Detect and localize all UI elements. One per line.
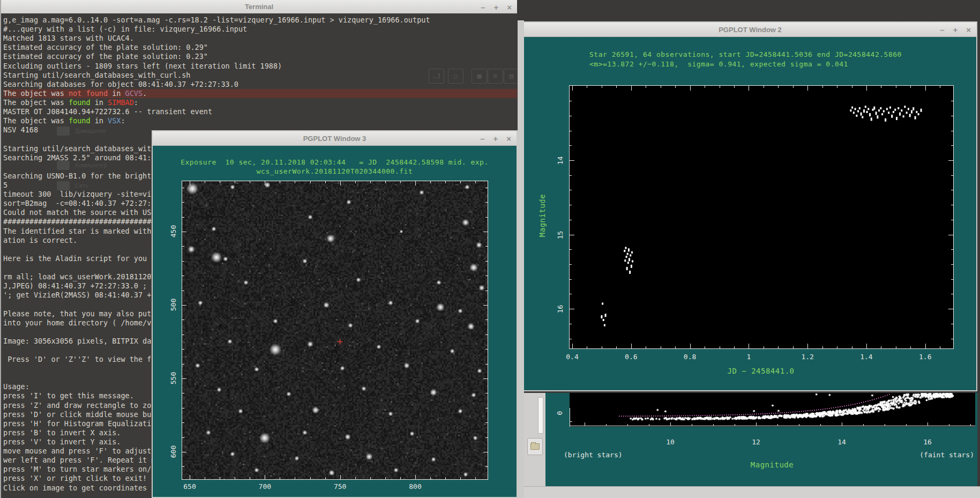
file-manager-button[interactable] (527, 438, 543, 455)
terminal-line: g,e_imag a.mag=6.0..14.0 -sort=a.mag -c.… (3, 16, 517, 25)
folder-icon (530, 443, 540, 450)
faint-stars-annotation: (faint stars) (919, 451, 974, 459)
pgplot2-titlebar[interactable]: PGPLOT Window 2 – + × (524, 23, 976, 37)
background-window-edge (524, 486, 980, 498)
maximize-button[interactable]: + (493, 3, 498, 11)
scrollbar[interactable] (538, 397, 543, 434)
exposure-header-line1: Exposure 10 sec, 20.11.2018 02:03:44 = J… (153, 158, 517, 166)
terminal-line: Matched 1813 stars with UCAC4. (3, 34, 517, 43)
lightcurve-x-tick-label: 1.4 (853, 353, 880, 361)
terminal-line: Estimated accuracy of the plate solution… (3, 43, 517, 52)
lightcurve-x-tick-label: 1 (735, 353, 762, 361)
background-window-fragment (524, 393, 545, 486)
close-button[interactable]: × (506, 135, 511, 143)
terminal-line: The object was found in VSX: (3, 116, 517, 125)
starfield-y-tick-label: 450 (169, 223, 177, 240)
terminal-line: The object was not found in GCVS. (3, 89, 517, 98)
pgplot3-titlebar[interactable]: PGPLOT Window 3 – + × (153, 131, 517, 146)
terminal-line: Searching databases for object 08:41:40.… (3, 80, 517, 89)
lightcurve-y-tick-label: 14 (556, 152, 564, 168)
terminal-line: #...query with a list (-c) in file: vizq… (3, 25, 517, 34)
sigma-x-tick-label: 12 (745, 438, 767, 446)
starfield-y-tick-label: 500 (169, 296, 177, 314)
sigma-x-tick-label: 14 (831, 438, 852, 446)
lightcurve-x-tick-label: 0.8 (677, 353, 704, 361)
terminal-line: Excluding outliers - 1809 stars left (ne… (3, 62, 517, 71)
lightcurve-header-line1: Star 26591, 64 observations, start JD=24… (589, 50, 902, 58)
star-field-image[interactable] (182, 181, 488, 480)
starfield-x-tick-label: 800 (399, 482, 431, 490)
sigma-x-tick-label: 10 (660, 438, 681, 446)
minimize-button[interactable]: – (940, 26, 944, 34)
pgplot2-title: PGPLOT Window 2 (719, 26, 782, 34)
desktop: Terminal – + × ДомашняяКомпьютерСеть.J○▦… (0, 0, 980, 498)
minimize-button[interactable]: – (480, 135, 484, 143)
starfield-x-tick-label: 650 (174, 482, 206, 490)
lightcurve-yaxis-label: Magnitude (538, 183, 547, 248)
pgplot3-title: PGPLOT Window 3 (303, 135, 366, 143)
pgplot-window-3[interactable]: PGPLOT Window 3 – + × Exposure 10 sec, 2… (152, 130, 518, 498)
sigma-xaxis-label: Magnitude (719, 460, 826, 469)
sigma-vs-magnitude-plot[interactable] (570, 393, 975, 427)
lightcurve-x-tick-label: 0.4 (559, 353, 586, 361)
terminal-line: MASTER OT J084140.94+722732.6 -- transie… (3, 107, 517, 116)
terminal-line: Estimated accuracy of the plate solution… (3, 52, 517, 61)
starfield-y-tick-label: 600 (169, 443, 177, 460)
pgplot-sigma-window[interactable]: 0 10121416 (bright stars) (faint stars) … (545, 393, 977, 486)
exposure-header-line2: wcs_userWork.20181120T020344000.fit (153, 167, 517, 175)
lightcurve-y-tick-label: 16 (556, 301, 564, 317)
starfield-x-tick-label: 750 (324, 482, 356, 490)
starfield-y-tick-label: 550 (169, 370, 177, 387)
sigma-x-tick-label: 16 (917, 438, 938, 446)
lightcurve-x-tick-label: 1.2 (794, 353, 821, 361)
lightcurve-header-line2: <m>=13.872 +/−0.118, sigma= 0.941, expec… (589, 60, 848, 68)
lightcurve-x-tick-label: 1.6 (912, 353, 939, 361)
lightcurve-plot[interactable] (569, 85, 954, 349)
lightcurve-y-tick-label: 15 (556, 227, 564, 243)
maximize-button[interactable]: + (953, 26, 957, 34)
sigma-zero-tick-label: 0 (556, 409, 564, 418)
bright-stars-annotation: (bright stars) (564, 451, 623, 459)
terminal-title: Terminal (245, 3, 273, 11)
minimize-button[interactable]: – (481, 3, 485, 11)
pgplot-window-2[interactable]: PGPLOT Window 2 – + × Star 26591, 64 obs… (518, 21, 977, 391)
close-button[interactable]: × (507, 3, 512, 11)
lightcurve-xaxis-label: JD − 2458441.0 (707, 367, 814, 375)
lightcurve-x-tick-label: 0.6 (618, 353, 645, 361)
maximize-button[interactable]: + (493, 135, 498, 143)
starfield-x-tick-label: 700 (249, 482, 281, 490)
terminal-titlebar[interactable]: Terminal – + × (1, 0, 517, 14)
close-button[interactable]: × (966, 26, 971, 34)
terminal-line: Starting util/search_databases_with_curl… (3, 71, 517, 80)
terminal-line: The object was found in SIMBAD: (3, 98, 517, 107)
